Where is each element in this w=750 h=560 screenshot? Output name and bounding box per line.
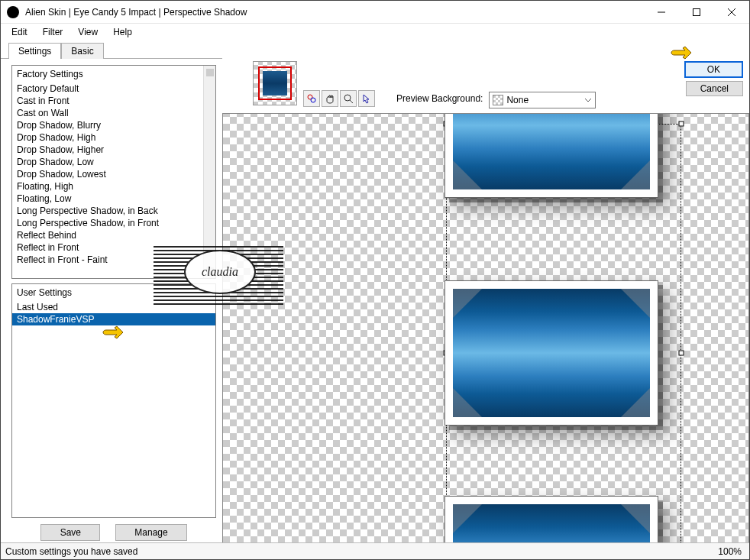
svg-point-6	[344, 95, 351, 101]
preview-object	[445, 496, 658, 547]
list-item[interactable]: Reflect in Front - Faint	[12, 254, 215, 266]
handle[interactable]	[679, 121, 684, 127]
list-item[interactable]: Last Used	[12, 301, 215, 313]
menu-help[interactable]: Help	[107, 25, 138, 39]
status-text: Custom settings you have saved	[5, 546, 137, 557]
svg-rect-1	[693, 8, 700, 15]
statusbar: Custom settings you have saved 100%	[1, 542, 749, 559]
user-settings-list[interactable]: User Settings Last Used ShadowFranieVSP	[11, 283, 216, 518]
preview-object	[445, 280, 658, 426]
pointing-hand-icon	[102, 325, 124, 342]
menubar: Edit Filter View Help	[1, 24, 749, 40]
list-item[interactable]: Long Perspective Shadow, in Front	[12, 217, 215, 229]
menu-edit[interactable]: Edit	[5, 25, 34, 39]
settings-panel: Factory Settings Factory Default Cast in…	[1, 58, 222, 547]
list-item[interactable]: Drop Shadow, Lowest	[12, 168, 215, 180]
tab-basic[interactable]: Basic	[61, 43, 103, 59]
list-item[interactable]: Cast in Front	[12, 95, 215, 107]
pointer-tool-icon[interactable]	[358, 90, 375, 107]
list-item[interactable]: Drop Shadow, Low	[12, 156, 215, 168]
scrollbar[interactable]	[203, 66, 215, 278]
preview-background-label: Preview Background:	[396, 93, 483, 104]
list-item-selected[interactable]: ShadowFranieVSP	[12, 313, 215, 325]
window-title: Alien Skin | Eye Candy 5 Impact | Perspe…	[25, 7, 644, 18]
zoom-level: 100%	[718, 546, 745, 557]
hand-tool-icon[interactable]	[322, 90, 338, 107]
dialog-buttons: OK Cancel	[684, 61, 743, 96]
maximize-button[interactable]	[679, 1, 714, 24]
handle[interactable]	[679, 351, 684, 356]
cancel-button[interactable]: Cancel	[686, 81, 743, 96]
preview-background-select[interactable]: None	[489, 92, 596, 108]
list-item[interactable]: Long Perspective Shadow, in Back	[12, 205, 215, 217]
move-tool-icon[interactable]	[303, 90, 320, 107]
transparency-swatch-icon	[493, 95, 503, 105]
list-item[interactable]: Drop Shadow, High	[12, 131, 215, 144]
preview-toolbar: Preview Background: None	[222, 58, 749, 113]
right-panel: OK Cancel Preview Background: None	[222, 58, 749, 547]
user-header: User Settings	[12, 284, 215, 301]
list-item[interactable]: Drop Shadow, Higher	[12, 144, 215, 156]
window-controls	[644, 1, 749, 24]
minimize-button[interactable]	[644, 1, 679, 24]
list-item[interactable]: Reflect in Front	[12, 241, 215, 254]
menu-filter[interactable]: Filter	[37, 25, 70, 39]
preview-canvas[interactable]	[222, 113, 749, 547]
preview-background-value: None	[506, 95, 529, 105]
app-icon	[7, 6, 19, 18]
factory-settings-list[interactable]: Factory Settings Factory Default Cast in…	[11, 65, 216, 279]
list-item[interactable]: Drop Shadow, Blurry	[12, 119, 215, 131]
tab-settings[interactable]: Settings	[8, 43, 61, 59]
titlebar: Alien Skin | Eye Candy 5 Impact | Perspe…	[1, 1, 749, 24]
save-button[interactable]: Save	[40, 524, 100, 541]
list-item[interactable]: Reflect Behind	[12, 229, 215, 241]
tabs: Settings Basic	[1, 42, 749, 58]
ok-button[interactable]: OK	[684, 61, 743, 78]
zoom-tool-icon[interactable]	[340, 90, 357, 107]
pointing-hand-icon	[670, 45, 693, 62]
close-button[interactable]	[714, 1, 749, 24]
factory-header: Factory Settings	[12, 66, 215, 83]
list-item[interactable]: Factory Default	[12, 83, 215, 95]
main-area: Factory Settings Factory Default Cast in…	[1, 58, 749, 547]
list-item[interactable]: Floating, Low	[12, 193, 215, 205]
tool-buttons	[303, 90, 375, 107]
menu-view[interactable]: View	[72, 25, 104, 39]
preview-object	[445, 113, 658, 198]
svg-point-5	[311, 98, 315, 102]
navigator-thumbnail[interactable]	[253, 61, 297, 105]
svg-line-7	[350, 100, 353, 103]
chevron-down-icon	[584, 96, 592, 104]
list-item[interactable]: Floating, High	[12, 180, 215, 193]
manage-button[interactable]: Manage	[115, 524, 186, 541]
list-item[interactable]: Cast on Wall	[12, 107, 215, 119]
